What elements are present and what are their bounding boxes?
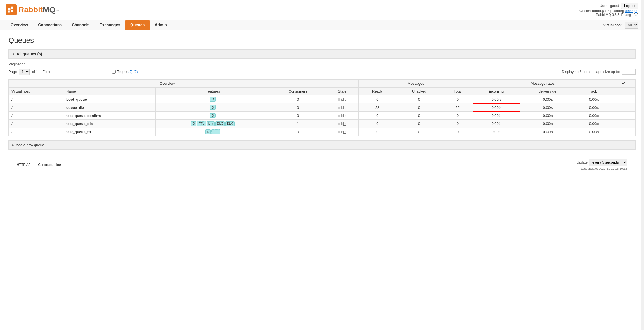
- cell-extra: [612, 103, 636, 112]
- regex-checkbox[interactable]: [112, 70, 116, 74]
- cluster-change-link[interactable]: (change): [625, 9, 638, 13]
- scrollbar[interactable]: [641, 0, 644, 179]
- state-indicator: [338, 131, 340, 133]
- page-select[interactable]: 1: [19, 69, 30, 75]
- regex-label: Regex: [117, 70, 127, 74]
- cell-extra: [612, 112, 636, 120]
- cell-state: idle: [326, 95, 359, 103]
- cell-vhost: /: [9, 112, 63, 120]
- cell-features: D: [156, 95, 270, 103]
- feature-badge: D: [191, 121, 196, 126]
- cell-ack: 0.00/s: [576, 128, 612, 136]
- add-queue-label: Add a new queue: [16, 143, 44, 147]
- cell-extra: [612, 120, 636, 128]
- cell-ready: 0: [359, 112, 396, 120]
- feature-badge: DLX: [215, 121, 224, 126]
- content: Queues ▼ All queues (5) Pagination Page …: [0, 30, 644, 179]
- page-size-input[interactable]: 100: [622, 69, 636, 75]
- cell-ready: 0: [359, 120, 396, 128]
- page-title: Queues: [8, 36, 636, 45]
- feature-badge: DLK: [225, 121, 235, 126]
- http-api-link[interactable]: HTTP API: [17, 163, 32, 167]
- cell-name[interactable]: test_queue_confirm: [63, 112, 156, 120]
- display-items-text: Displaying 5 items , page size up to:: [562, 70, 620, 74]
- cell-name[interactable]: test_queue_dlx: [63, 120, 156, 128]
- nav-item-overview[interactable]: Overview: [6, 20, 33, 30]
- cell-deliver-get: 0.00/s: [520, 112, 576, 120]
- cell-ack: 0.00/s: [576, 120, 612, 128]
- cell-vhost: /: [9, 120, 63, 128]
- feature-badge: D: [210, 105, 216, 110]
- vhost-select[interactable]: All: [625, 22, 638, 29]
- message-rates-group-header: Message rates: [473, 80, 612, 88]
- cell-state: idle: [326, 112, 359, 120]
- cell-name[interactable]: test_queue_ttl: [63, 128, 156, 136]
- cell-incoming: 0.00/s: [473, 128, 520, 136]
- cell-consumers: 1: [270, 120, 326, 128]
- table-row[interactable]: / boot_queue D 0 idle 0 0 0 0.00/s 0.00/…: [9, 95, 636, 103]
- col-virtual-host: Virtual host: [9, 88, 63, 95]
- nav-item-channels[interactable]: Channels: [67, 20, 94, 30]
- last-update-text: Last update: 2022-11-17 15:10:15: [577, 167, 627, 170]
- table-row[interactable]: / test_queue_confirm D 0 idle 0 0 0 0.00…: [9, 112, 636, 120]
- state-label: idle: [341, 106, 346, 110]
- cell-incoming: 0.00/s: [473, 112, 520, 120]
- pagination-controls: Page 1 of 1 - Filter: Regex (?)(?) Displ…: [8, 69, 636, 75]
- col-incoming: incoming: [473, 88, 520, 95]
- header-right: User: guest Log out Cluster: rabbit@ding…: [579, 3, 638, 17]
- feature-badge: D: [210, 113, 216, 118]
- cell-consumers: 0: [270, 95, 326, 103]
- cell-incoming: 0.00/s: [473, 120, 520, 128]
- col-ack: ack: [576, 88, 612, 95]
- footer-links: HTTP API | Command Line: [17, 163, 61, 167]
- cell-name[interactable]: queue_dlx: [63, 103, 156, 112]
- update-interval-select[interactable]: every 5 seconds every 10 seconds every 3…: [589, 159, 627, 166]
- table-row[interactable]: / queue_dlx D 0 idle 22 0 22 0.00/s 0.00…: [9, 103, 636, 112]
- rabbitmq-icon: [8, 6, 15, 13]
- regex-hint1-link[interactable]: (?): [128, 70, 132, 74]
- cell-name[interactable]: boot_queue: [63, 95, 156, 103]
- nav-item-admin[interactable]: Admin: [150, 20, 172, 30]
- nav-item-queues[interactable]: Queues: [125, 20, 150, 30]
- col-extra: [612, 88, 636, 95]
- messages-group-header: Messages: [359, 80, 473, 88]
- state-indicator: [338, 98, 340, 101]
- filter-input[interactable]: [54, 69, 110, 75]
- feature-badge: D: [205, 129, 211, 134]
- cell-unacked: 0: [396, 112, 442, 120]
- cell-extra: [612, 128, 636, 136]
- col-total: Total: [442, 88, 473, 95]
- page-label: Page: [8, 70, 17, 74]
- footer-right: Update every 5 seconds every 10 seconds …: [577, 159, 627, 170]
- cell-vhost: /: [9, 95, 63, 103]
- add-queue-section[interactable]: ▶ Add a new queue: [8, 140, 636, 150]
- cell-unacked: 0: [396, 95, 442, 103]
- navigation: Overview Connections Channels Exchanges …: [0, 20, 644, 30]
- user-name: guest: [610, 4, 619, 8]
- regex-hint2-link[interactable]: (?): [134, 70, 138, 74]
- logout-button[interactable]: Log out: [621, 3, 638, 9]
- queues-table: Overview Messages Message rates +/- Virt…: [8, 79, 636, 136]
- table-row[interactable]: / test_queue_ttl DTTL 0 idle 0 0 0 0.00/…: [9, 128, 636, 136]
- command-line-link[interactable]: Command Line: [38, 163, 61, 167]
- cell-ready: 0: [359, 95, 396, 103]
- nav-item-connections[interactable]: Connections: [33, 20, 67, 30]
- table-row[interactable]: / test_queue_dlx DTTLLimDLXDLK 1 idle 0 …: [9, 120, 636, 128]
- footer: HTTP API | Command Line Update every 5 s…: [8, 155, 636, 174]
- collapse-arrow-icon: ▼: [12, 53, 15, 56]
- col-deliver-get: deliver / get: [520, 88, 576, 95]
- feature-badge: TTL: [197, 121, 206, 126]
- plus-minus-header[interactable]: +/-: [612, 80, 636, 88]
- cell-features: DTTL: [156, 128, 270, 136]
- feature-badge: D: [210, 97, 216, 102]
- cell-features: DTTLLimDLXDLK: [156, 120, 270, 128]
- nav-item-exchanges[interactable]: Exchanges: [94, 20, 125, 30]
- cell-state: idle: [326, 128, 359, 136]
- cell-consumers: 0: [270, 128, 326, 136]
- regex-checkbox-group: Regex (?)(?): [112, 70, 138, 74]
- cell-features: D: [156, 112, 270, 120]
- col-consumers: Consumers: [270, 88, 326, 95]
- cell-extra: [612, 95, 636, 103]
- all-queues-section-header[interactable]: ▼ All queues (5): [8, 49, 636, 59]
- logo-icon: [6, 4, 17, 15]
